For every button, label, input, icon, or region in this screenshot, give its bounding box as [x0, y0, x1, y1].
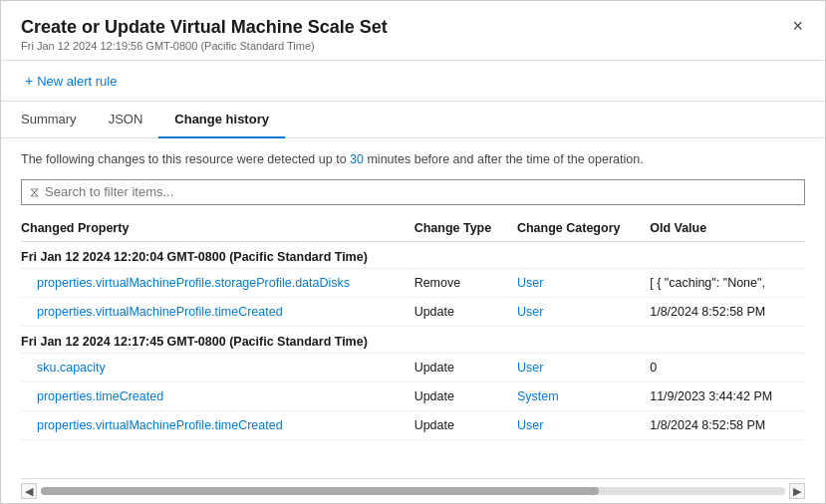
property-link[interactable]: properties.virtualMachineProfile.storage… [37, 276, 350, 290]
scrollbar-track[interactable] [41, 487, 785, 495]
change-category-cell: User [517, 297, 650, 326]
filter-icon: ⧖ [30, 184, 39, 200]
table-row: sku.capacityUpdateUser0 [21, 353, 805, 381]
group-header-0: Fri Jan 12 2024 12:20:04 GMT-0800 (Pacif… [21, 241, 805, 268]
search-bar: ⧖ [21, 179, 805, 205]
scroll-right-button[interactable]: ▶ [789, 483, 805, 499]
info-text-prefix: The following changes to this resource w… [21, 152, 350, 166]
search-input[interactable] [45, 184, 796, 199]
old-value-cell: 1/8/2024 8:52:58 PM [650, 297, 805, 326]
change-type-cell: Update [414, 410, 517, 439]
change-type-cell: Remove [414, 268, 517, 297]
tab-change-history[interactable]: Change history [158, 102, 285, 138]
change-category-cell: System [517, 381, 650, 410]
property-link[interactable]: properties.timeCreated [37, 389, 163, 403]
property-link[interactable]: sku.capacity [37, 361, 106, 375]
change-type-cell: Update [414, 381, 517, 410]
info-text-suffix: minutes before and after the time of the… [364, 152, 644, 166]
col-header-property: Changed Property [21, 215, 414, 242]
old-value-cell: 11/9/2023 3:44:42 PM [650, 381, 805, 410]
toolbar: + New alert rule [1, 61, 825, 102]
new-alert-rule-button[interactable]: + New alert rule [21, 71, 121, 91]
dialog-container: Create or Update Virtual Machine Scale S… [1, 1, 825, 503]
old-value-cell: 1/8/2024 8:52:58 PM [650, 410, 805, 439]
change-category-cell: User [517, 268, 650, 297]
change-type-cell: Update [414, 297, 517, 326]
group-header-1: Fri Jan 12 2024 12:17:45 GMT-0800 (Pacif… [21, 326, 805, 353]
change-history-table: Changed Property Change Type Change Cate… [21, 215, 805, 440]
col-header-old-value: Old Value [650, 215, 805, 242]
tab-bar: Summary JSON Change history [1, 102, 825, 138]
property-link[interactable]: properties.virtualMachineProfile.timeCre… [37, 305, 283, 319]
change-category-cell: User [517, 410, 650, 439]
dialog-subtitle: Fri Jan 12 2024 12:19:56 GMT-0800 (Pacif… [21, 40, 805, 52]
horizontal-scrollbar: ◀ ▶ [21, 478, 805, 503]
col-header-category: Change Category [517, 215, 650, 242]
tab-summary[interactable]: Summary [21, 102, 93, 138]
old-value-cell: [ { "caching": "None", [650, 268, 805, 297]
table-row: properties.virtualMachineProfile.storage… [21, 268, 805, 297]
dialog-header: Create or Update Virtual Machine Scale S… [1, 1, 825, 61]
table-row: properties.timeCreatedUpdateSystem11/9/2… [21, 381, 805, 410]
plus-icon: + [25, 73, 33, 89]
close-button[interactable]: × [786, 15, 809, 37]
scroll-left-button[interactable]: ◀ [21, 483, 37, 499]
dialog-title: Create or Update Virtual Machine Scale S… [21, 17, 805, 38]
tab-json[interactable]: JSON [93, 102, 159, 138]
col-header-type: Change Type [414, 215, 517, 242]
new-alert-rule-label: New alert rule [37, 74, 117, 89]
table-wrapper: Changed Property Change Type Change Cate… [21, 215, 805, 478]
table-row: properties.virtualMachineProfile.timeCre… [21, 297, 805, 326]
info-text: The following changes to this resource w… [21, 150, 805, 169]
main-content: The following changes to this resource w… [1, 138, 825, 503]
old-value-cell: 0 [650, 353, 805, 381]
change-category-cell: User [517, 353, 650, 381]
change-type-cell: Update [414, 353, 517, 381]
table-row: properties.virtualMachineProfile.timeCre… [21, 410, 805, 439]
info-minutes-highlight: 30 [350, 152, 364, 166]
property-link[interactable]: properties.virtualMachineProfile.timeCre… [37, 418, 283, 432]
table-header-row: Changed Property Change Type Change Cate… [21, 215, 805, 242]
scrollbar-thumb [41, 487, 599, 495]
